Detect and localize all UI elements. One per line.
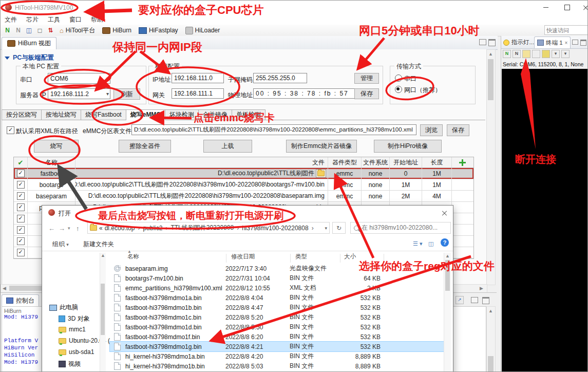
board-ip-input[interactable]: 192.168.111.0 <box>172 73 224 83</box>
scroll-right-icon[interactable]: ▶ <box>480 286 483 291</box>
breadcrumb-dropdown-icon[interactable]: ▾ <box>325 226 327 231</box>
vertical-scrollbar[interactable]: ▲ <box>486 49 496 285</box>
tab-console[interactable]: 控制台 <box>2 294 39 306</box>
upload-button[interactable]: 上载 <box>203 140 252 153</box>
dialog-close-button[interactable] <box>439 208 450 218</box>
maximize-console-icon[interactable] <box>482 297 489 304</box>
file-row-selected[interactable]: fastboot-hi3798mdmo1g.bin2022/8/8 4:21BI… <box>110 342 444 351</box>
tab-terminal-1[interactable]: 终端 1 × <box>534 36 571 48</box>
lock-icon[interactable] <box>542 50 550 58</box>
file-row[interactable]: fastboot-hi3798mdmo1f.bin2022/8/8 6:20BI… <box>110 332 444 342</box>
tab-burn-by-partition[interactable]: 按分区烧写 <box>2 109 42 120</box>
connect-terminal-icon[interactable]: N <box>503 50 511 58</box>
row-checkbox[interactable]: ✓ <box>17 226 25 234</box>
connect-icon[interactable]: N <box>4 27 11 34</box>
make-emmc-image-button[interactable]: 制作Emmc烧片器镜像 <box>286 140 357 153</box>
tab-board-check[interactable]: 单板检测 <box>232 109 265 120</box>
menu-item-tools[interactable]: 工具 <box>48 15 60 24</box>
radio-network[interactable] <box>395 86 402 93</box>
new-folder-button[interactable]: 新建文件夹 <box>83 240 114 249</box>
hiburn-button[interactable]: HiBurn <box>100 26 134 34</box>
breadcrumb-item[interactable]: TTL线刷固件20220808 <box>170 224 234 232</box>
minimize-button[interactable] <box>537 1 555 14</box>
refresh-icon[interactable]: ↻ <box>332 222 346 234</box>
scrollbar-thumb[interactable] <box>445 260 450 291</box>
file-row[interactable]: hi_kernel-hi3798mdmo1b.bin2022/8/8 5:03B… <box>110 361 444 371</box>
transfer-icon[interactable]: ⇅ <box>47 27 54 34</box>
maximize-panel-icon[interactable] <box>580 40 586 46</box>
help-icon[interactable]: ? <box>441 238 449 247</box>
scrollbar-thumb[interactable] <box>488 356 494 371</box>
scroll-up-icon[interactable]: ▲ <box>445 253 450 258</box>
console-scrollbar[interactable]: ▲ <box>486 306 496 372</box>
settings-icon[interactable]: ◫ <box>25 27 33 34</box>
view-mode-icon[interactable]: ☰ ▾ <box>413 240 422 247</box>
check-all-icon[interactable]: ✔ <box>18 159 24 166</box>
breadcrumb-item[interactable]: public2 <box>143 225 162 232</box>
file-row[interactable]: fastboot-hi3798mdmo1c.bin2022/8/8 5:20BI… <box>110 312 444 322</box>
search-input[interactable]: 在 hi3798mv100-2022080... <box>350 222 451 234</box>
disconnect-terminal-icon[interactable]: N <box>513 50 521 58</box>
copy-icon[interactable] <box>532 50 540 58</box>
row-checkbox[interactable]: ✓ <box>17 192 25 200</box>
close-button[interactable] <box>577 1 588 14</box>
menu-item-window[interactable]: 窗口 <box>69 15 82 24</box>
menu-item-help[interactable]: 帮助 <box>91 15 103 24</box>
sidebar-item-videos[interactable]: 视频 <box>59 360 81 368</box>
breadcrumb[interactable]: « dl.ecoo.top› public2› TTL线刷固件20220808›… <box>87 222 330 234</box>
new-terminal-icon[interactable]: ▾ <box>561 50 570 58</box>
minimize-console-icon[interactable] <box>471 297 478 303</box>
server-ip-select[interactable]: 192.168.111.2▾ <box>48 88 110 99</box>
row-checkbox[interactable]: ✓ <box>17 215 25 222</box>
mac-address-input[interactable]: 00 : 95 : 38 : 78 : fb : 57 <box>253 88 356 99</box>
refresh-button[interactable]: 刷新 <box>113 88 140 100</box>
clear-terminal-icon[interactable] <box>522 50 530 58</box>
quick-access-input[interactable] <box>544 25 588 35</box>
table-row-fastboot[interactable]: ✓ fastboot D:\dl.ecoo.top\public2\TTL线刷固… <box>14 168 473 179</box>
file-row[interactable]: fastboot-hi3798mdmo1b.bin2022/8/8 4:47BI… <box>110 303 444 312</box>
disconnect-icon[interactable]: N <box>14 27 22 34</box>
xml-save-button[interactable]: 保存 <box>447 124 469 136</box>
row-checkbox[interactable]: ✓ <box>17 203 25 211</box>
add-row-icon[interactable] <box>459 159 466 166</box>
table-row-bootargs[interactable]: ✓ bootargs D:\dl.ecoo.top\public2\TTL线刷固… <box>14 179 473 191</box>
file-row[interactable]: fastboot-hi3798mdmo1d.bin2022/8/8 5:50BI… <box>110 322 444 332</box>
up-icon[interactable]: ↑ <box>76 225 80 232</box>
row-checkbox[interactable]: ✓ <box>17 249 25 256</box>
serial-port-select[interactable]: COM6▾ <box>48 73 110 84</box>
row-checkbox[interactable]: ✓ <box>17 181 25 189</box>
column-size[interactable]: 大小 <box>344 253 356 261</box>
tab-indicator-light[interactable]: 指示灯... <box>503 39 534 46</box>
back-icon[interactable]: ← <box>48 225 55 232</box>
sidebar-item-mmc1[interactable]: mmc1 <box>59 326 86 333</box>
maximize-view-icon[interactable] <box>488 39 496 46</box>
scrollbar-thumb[interactable] <box>101 284 105 335</box>
scroll-left-icon[interactable]: ◀ <box>3 286 6 291</box>
table-row-baseparam[interactable]: ✓ baseparam D:\dl.ecoo.top\public2\TTL线刷… <box>14 191 473 202</box>
sidebar-scrollbar[interactable]: ▲ <box>100 253 106 372</box>
browse-button[interactable]: 浏览 <box>420 124 443 136</box>
breadcrumb-item[interactable]: hi3798mv100-20220808 <box>242 225 308 232</box>
column-type[interactable]: 类型 <box>295 253 307 261</box>
column-name[interactable]: 名称 <box>127 253 139 261</box>
tab-burn-fastboot[interactable]: 烧写Fastboot <box>81 109 126 120</box>
sidebar-item-3d-objects[interactable]: 3D 对象 <box>59 314 90 323</box>
erase-all-button[interactable]: 擦除全器件 <box>119 140 171 153</box>
row-checkbox[interactable]: ✓ <box>17 170 25 177</box>
organize-menu[interactable]: 组织 ▾ <box>52 240 69 249</box>
file-list-scrollbar[interactable]: ▲ <box>444 253 451 372</box>
tab-bad-block-check[interactable]: 坏块检测 <box>165 109 199 120</box>
scroll-up-icon[interactable]: ▲ <box>488 308 493 313</box>
sidebar-item-this-pc[interactable]: 此电脑 <box>49 303 78 312</box>
breadcrumb-item[interactable]: dl.ecoo.top <box>105 225 135 232</box>
maximize-button[interactable] <box>558 1 576 14</box>
mouse-icon[interactable]: ◻ <box>36 27 44 34</box>
menu-item-chip[interactable]: 芯片 <box>26 15 39 24</box>
scroll-up-icon[interactable]: ▲ <box>488 51 493 57</box>
emmc-partition-table-path-input[interactable]: D:\dl.ecoo.top\public2\TTL线刷固件20220808\h… <box>131 124 416 135</box>
file-row[interactable]: bootargs7-mv100.bin2022/7/31 10:04BIN 文件… <box>110 273 444 283</box>
menu-item-file[interactable]: 文件 <box>5 15 17 24</box>
browse-file-button[interactable] <box>316 169 326 178</box>
tab-merge-image[interactable]: 合并镜像 <box>199 109 232 120</box>
gateway-input[interactable]: 192.168.111.1 <box>172 88 224 99</box>
